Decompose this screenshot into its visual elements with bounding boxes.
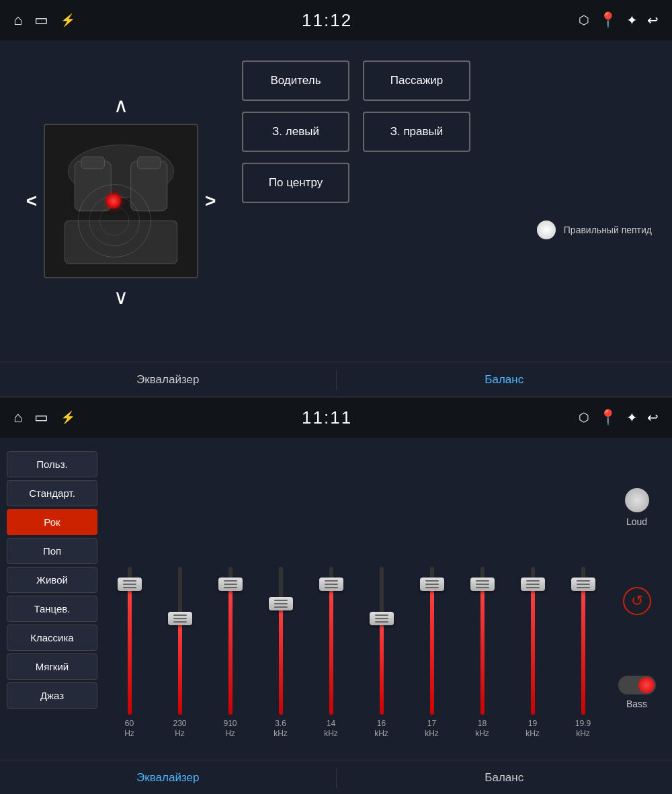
screen-icon-bottom[interactable]: ▭ [34,409,48,426]
balance-tab-bottom[interactable]: Баланс [337,760,673,794]
preset-classic[interactable]: Классика [7,625,97,651]
thumb-line [375,614,388,616]
preset-standard[interactable]: Стандарт. [7,480,97,506]
slider-track-0[interactable] [128,567,132,715]
thumb-line [173,614,187,616]
loud-area: Loud [625,488,649,527]
back-icon[interactable]: ↩ [647,12,659,28]
slider-fill-6 [430,584,434,715]
seat-left-button[interactable] [26,190,37,212]
eq-right-controls: Loud ↺ Bass [608,444,665,753]
thumb-line [375,618,388,619]
thumb-lines-2 [224,580,237,588]
bass-toggle[interactable] [618,676,656,694]
cast-icon-bottom[interactable]: ⬡ [579,410,589,425]
eq-band-2: 910Hz [212,567,249,740]
preset-pop[interactable]: Поп [7,538,97,564]
preset-user[interactable]: Польз. [7,451,97,477]
thumb-lines-5 [375,614,388,623]
slider-track-6[interactable] [430,567,434,715]
slider-thumb-0[interactable] [118,578,142,591]
rear-right-button[interactable]: З. правый [363,112,470,152]
equalizer-tab-bottom[interactable]: Эквалайзер [0,760,336,794]
slider-track-5[interactable] [380,567,384,715]
seat-up-button[interactable] [114,93,128,117]
rear-left-button[interactable]: З. левый [242,112,349,152]
cast-icon[interactable]: ⬡ [579,13,589,28]
slider-thumb-7[interactable] [470,578,495,591]
slider-fill-2 [228,584,233,715]
slider-label-2: 910Hz [223,719,237,740]
location-icon-bottom[interactable]: 📍 [599,409,617,426]
thumb-line [425,584,439,585]
peptide-area: Правильный пептид [242,221,652,239]
bottom-status-bar: ⌂ ▭ ⚡ 11:11 ⬡ 📍 ✦ ↩ [0,397,672,438]
slider-label-3: 3.6kHz [274,719,288,740]
preset-live[interactable]: Живой [7,567,97,593]
preset-dance[interactable]: Танцев. [7,596,97,622]
loud-indicator[interactable] [625,488,649,512]
home-icon-bottom[interactable]: ⌂ [13,409,22,426]
thumb-line [577,580,590,582]
top-tab-bar: Эквалайзер Баланс [0,362,672,397]
preset-rock[interactable]: Рок [7,509,97,535]
thumb-lines-4 [325,580,338,588]
thumb-line [577,587,590,588]
top-panel: ⌂ ▭ ⚡ 11:12 ⬡ 📍 ✦ ↩ [0,0,672,397]
slider-track-2[interactable] [228,567,233,715]
slider-track-1[interactable] [178,567,182,715]
slider-thumb-6[interactable] [420,578,444,591]
passenger-button[interactable]: Пассажир [363,61,470,101]
slider-thumb-5[interactable] [370,612,394,625]
svg-rect-5 [81,157,104,169]
slider-thumb-9[interactable] [571,578,595,591]
thumb-line [123,580,136,582]
thumb-line [476,587,489,588]
thumb-lines-1 [173,614,187,623]
screen-icon[interactable]: ▭ [34,11,48,29]
slider-track-9[interactable] [581,567,585,715]
home-icon[interactable]: ⌂ [13,11,22,29]
svg-rect-6 [138,157,161,169]
equalizer-tab-top[interactable]: Эквалайзер [0,362,336,397]
slider-track-7[interactable] [480,567,485,715]
driver-button[interactable]: Водитель [242,61,349,101]
slider-thumb-1[interactable] [168,612,192,625]
center-button[interactable]: По центру [242,163,349,203]
usb-icon-bottom[interactable]: ⚡ [60,410,75,425]
eq-band-7: 18kHz [464,567,501,740]
thumb-line [224,587,237,588]
slider-thumb-4[interactable] [319,578,343,591]
thumb-line [123,584,136,585]
slider-track-8[interactable] [531,567,535,715]
preset-jazz[interactable]: Джаз [7,682,97,709]
reset-button[interactable]: ↺ [623,587,651,615]
seat-down-button[interactable] [114,285,128,309]
thumb-line [476,580,489,582]
slider-thumb-2[interactable] [218,578,243,591]
status-bar-right-icons: ⬡ 📍 ✦ ↩ [579,11,659,29]
thumb-line [274,603,288,604]
usb-icon[interactable]: ⚡ [60,13,75,28]
slider-track-3[interactable] [279,567,283,715]
bottom-status-bar-right: ⬡ 📍 ✦ ↩ [579,409,659,426]
balance-tab-top[interactable]: Баланс [337,362,673,397]
eq-band-3: 3.6kHz [262,567,300,740]
thumb-line [425,587,439,588]
loud-label: Loud [626,516,647,527]
bass-thumb [638,677,655,693]
location-icon[interactable]: 📍 [599,11,617,29]
back-icon-bottom[interactable]: ↩ [647,409,659,426]
bluetooth-icon-bottom[interactable]: ✦ [626,409,638,426]
preset-soft[interactable]: Мягкий [7,653,97,680]
thumb-line [425,580,439,582]
thumb-lines-6 [425,580,439,588]
seat-right-button[interactable] [205,190,216,212]
thumb-line [224,584,237,585]
slider-track-4[interactable] [329,567,333,715]
bluetooth-icon[interactable]: ✦ [626,12,638,28]
top-time: 11:12 [302,10,352,31]
slider-thumb-8[interactable] [521,578,545,591]
slider-thumb-3[interactable] [269,597,293,610]
bottom-panel: ⌂ ▭ ⚡ 11:11 ⬡ 📍 ✦ ↩ Польз.Стандарт.РокПо… [0,397,672,794]
